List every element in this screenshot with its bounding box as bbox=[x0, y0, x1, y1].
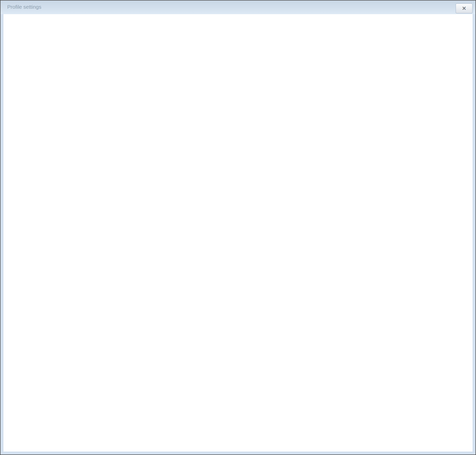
window-title: Profile settings bbox=[7, 4, 41, 10]
window-frame-bottom bbox=[0, 452, 476, 455]
profile-settings-dialog: Profile settings ✕ Set up profile Sort a… bbox=[0, 0, 476, 455]
close-button[interactable]: ✕ bbox=[456, 3, 473, 13]
titlebar: Profile settings ✕ bbox=[0, 0, 476, 14]
dialog-content bbox=[3, 14, 473, 452]
close-icon: ✕ bbox=[462, 5, 466, 11]
window-frame-left bbox=[0, 14, 3, 455]
window-frame-right bbox=[473, 14, 476, 455]
